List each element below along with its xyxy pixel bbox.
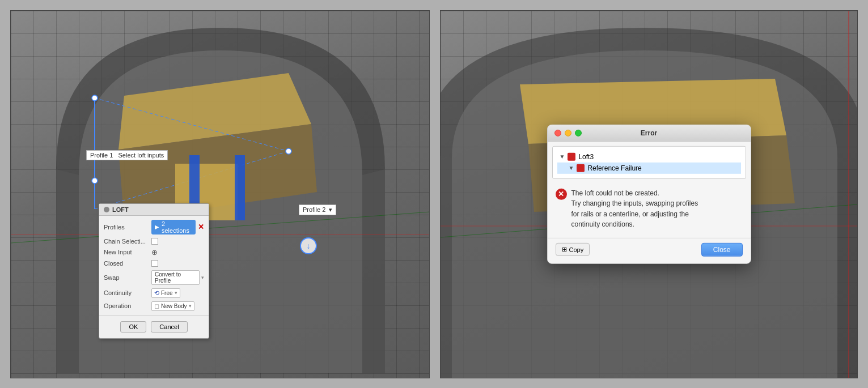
svg-point-7 [286,148,291,154]
profiles-label: Profiles [104,224,149,231]
continuity-row: Continuity ⟲ Free ▾ [99,287,209,300]
tree-root-arrow-icon[interactable]: ▼ [560,154,565,160]
tree-child-arrow-icon[interactable]: ▼ [569,165,574,171]
selections-badge[interactable]: ▶ 2 selections [151,220,196,234]
new-input-label: New Input [104,249,149,255]
continuity-icon: ⟲ [154,289,159,297]
copy-icon: ⊞ [562,246,567,253]
dialog-footer: ⊞ Copy Close [548,238,751,263]
swap-row: Swap Convert to Profile ▾ [99,268,209,287]
operation-value: New Body [161,303,187,309]
tree-root-item: ▼ Loft3 [557,151,741,162]
left-viewport: Profile 1 Select loft inputs Profile 2 ▾… [10,10,430,378]
profiles-row: Profiles ▶ 2 selections ✕ [99,218,209,236]
closed-checkbox[interactable] [151,260,158,267]
main-container: Profile 1 Select loft inputs Profile 2 ▾… [0,0,868,388]
dialog-title: Error [641,129,657,137]
chain-checkbox[interactable] [151,238,158,245]
swap-btn-label: Convert to Profile [155,271,196,284]
loft-title: LOFT [112,206,129,213]
dialog-titlebar: Error [548,125,751,141]
loft-panel: LOFT Profiles ▶ 2 selections ✕ Chain Sel… [99,203,209,339]
loft-panel-body: Profiles ▶ 2 selections ✕ Chain Selecti.… [99,216,209,338]
selections-arrow-icon: ▶ [155,224,159,230]
operation-label: Operation [104,302,149,309]
error-tree: ▼ Loft3 ▼ Reference Failure [552,146,746,178]
tree-child-icon [577,164,585,172]
new-input-icon[interactable]: ↓ [300,237,317,254]
swap-label: Swap [104,274,149,281]
closed-label: Closed [104,260,149,267]
new-input-add-icon[interactable]: ⊕ [151,248,158,257]
loft-buttons: OK Cancel [99,318,209,336]
cancel-button[interactable]: Cancel [151,321,187,332]
loft-divider [99,315,209,315]
profiles-value: 2 selections [162,220,192,234]
operation-row: Operation ◻ New Body ▾ [99,300,209,313]
chain-label: Chain Selecti... [104,238,149,245]
arch-svg-left [11,11,429,378]
close-button[interactable]: Close [701,243,743,257]
operation-select[interactable]: ◻ New Body ▾ [151,301,194,311]
copy-button[interactable]: ⊞ Copy [556,243,590,256]
svg-point-5 [92,95,98,101]
swap-control: Convert to Profile ▾ [151,270,204,285]
svg-rect-10 [235,155,245,220]
loft-collapse-icon[interactable] [104,207,109,212]
error-x-icon: ✕ [556,188,567,199]
dialog-message: ✕ The loft could not be created. Try cha… [548,183,751,237]
traffic-light-red[interactable] [554,129,561,136]
loft-panel-header: LOFT [99,204,209,216]
error-dialog: Error ▼ Loft3 ▼ Reference Failure ✕ [547,124,751,263]
ok-button[interactable]: OK [120,321,146,332]
tree-child-label: Reference Failure [587,164,641,172]
continuity-value: Free [161,290,173,296]
continuity-dropdown-arrow-icon[interactable]: ▾ [175,290,177,296]
tree-root-icon [568,152,575,160]
swap-btn[interactable]: Convert to Profile [151,270,200,285]
continuity-select[interactable]: ⟲ Free ▾ [151,288,180,298]
closed-row: Closed [99,258,209,268]
operation-dropdown-arrow-icon[interactable]: ▾ [189,303,192,309]
swap-dropdown-arrow-icon[interactable]: ▾ [201,275,204,280]
new-input-row: New Input ⊕ [99,246,209,258]
copy-button-label: Copy [569,246,584,253]
chain-row: Chain Selecti... [99,236,209,246]
dialog-message-text: The loft could not be created. Try chang… [571,187,698,229]
traffic-light-yellow[interactable] [565,129,571,136]
operation-icon: ◻ [154,302,159,310]
right-viewport: Error ▼ Loft3 ▼ Reference Failure ✕ [440,10,858,378]
clear-profiles-btn[interactable]: ✕ [198,223,204,231]
svg-point-6 [92,178,98,184]
traffic-light-green[interactable] [575,129,582,136]
continuity-label: Continuity [104,289,149,296]
tree-root-label: Loft3 [578,152,594,160]
tree-child-item: ▼ Reference Failure [557,162,741,173]
